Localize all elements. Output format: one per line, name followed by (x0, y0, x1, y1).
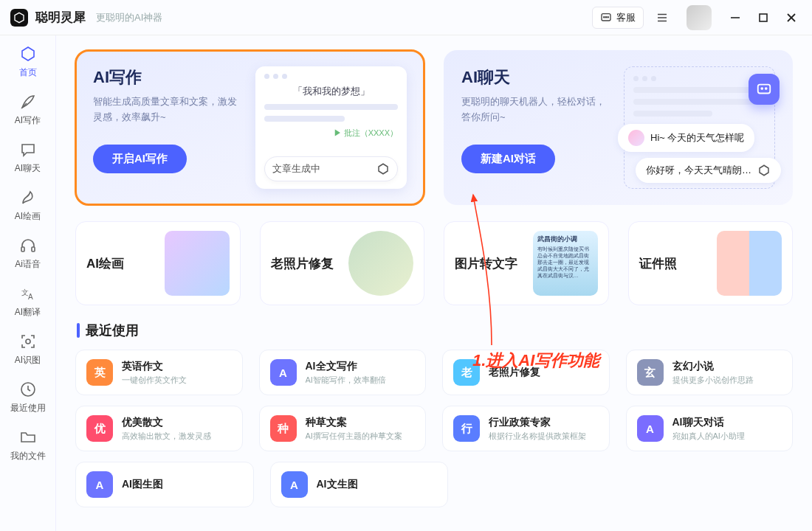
recent-item-sub: 提供更多小说创作思路 (672, 375, 754, 386)
translate-icon: 文A (18, 284, 38, 303)
support-button[interactable]: 客服 (592, 7, 644, 29)
chat-bubble-ai: 你好呀，今天天气晴朗… (636, 158, 781, 183)
avatar-icon (628, 130, 644, 146)
svg-point-18 (26, 339, 30, 344)
mock-doc-title: 「我和我的梦想」 (264, 85, 398, 98)
recent-item-icon: 玄 (637, 359, 664, 386)
minimize-icon (730, 13, 740, 23)
recent-item-icon: A (86, 471, 113, 498)
window-minimize-button[interactable] (725, 7, 746, 28)
feature-thumb (717, 231, 782, 296)
window-maximize-button[interactable] (753, 7, 774, 28)
svg-rect-21 (758, 85, 771, 94)
svg-marker-20 (379, 164, 388, 174)
close-icon (786, 13, 796, 23)
feature-title: 老照片修复 (271, 255, 334, 272)
recent-item[interactable]: AAI文生图 (270, 462, 449, 507)
recent-item-title: 种草文案 (306, 416, 402, 429)
recent-heading: 最近使用 (77, 322, 793, 339)
hero-desc: 智能生成高质量文章和文案，激发灵感，效率飙升~ (93, 94, 241, 125)
feature-title: 图片转文字 (455, 255, 517, 272)
recent-item[interactable]: AAI图生图 (75, 462, 254, 507)
feature-ai-draw[interactable]: AI绘画 (75, 221, 241, 305)
recent-item[interactable]: 种种草文案AI撰写任何主题的种草文案 (259, 406, 427, 451)
titlebar: 聪明灵犀 更聪明的AI神器 客服 (0, 0, 812, 35)
svg-point-23 (765, 88, 767, 89)
sidebar-item-label: AI聊天 (15, 162, 41, 175)
sidebar-item-ai-ocr[interactable]: AI识图 (8, 332, 48, 367)
svg-text:A: A (28, 293, 33, 301)
svg-rect-14 (21, 247, 24, 251)
recent-item-icon: 英 (86, 359, 113, 386)
feature-photo-restore[interactable]: 老照片修复 (260, 221, 425, 305)
recent-item-icon: 老 (453, 359, 480, 386)
hero-ai-writing[interactable]: AI写作 智能生成高质量文章和文案，激发灵感，效率飙升~ 开启AI写作 「我和我… (75, 50, 424, 205)
sidebar-item-label: AI翻译 (15, 306, 41, 319)
scan-icon (18, 332, 38, 351)
feature-idphoto[interactable]: 证件照 (628, 221, 794, 305)
support-label: 客服 (616, 11, 636, 24)
recent-item[interactable]: 优优美散文高效输出散文，激发灵感 (75, 406, 243, 451)
recent-item-icon: A (281, 471, 308, 498)
recent-item[interactable]: 玄玄幻小说提供更多小说创作思路 (626, 350, 794, 395)
sidebar-item-label: AI绘画 (15, 210, 41, 223)
feature-title: AI绘画 (86, 255, 124, 272)
svg-marker-0 (15, 13, 24, 22)
recent-item-icon: A (270, 359, 297, 386)
recent-item-title: AI聊天对话 (672, 416, 745, 429)
recent-item-sub: 宛如真人的AI小助理 (672, 431, 745, 442)
svg-point-22 (761, 88, 763, 89)
chat-float-icon (749, 74, 780, 105)
recent-item[interactable]: 行行业政策专家根据行业名称提供政策框架 (442, 406, 610, 451)
feature-thumb: 武昌街的小调 有时候到重庆随便买书总会不自觉地跑武昌街那去走一圈，最近发现武昌街… (533, 231, 598, 296)
menu-button[interactable] (651, 7, 673, 29)
maximize-icon (759, 13, 768, 22)
folder-icon (18, 428, 38, 447)
doc-thumb-title: 武昌街的小调 (537, 235, 593, 244)
recent-item[interactable]: AAI全文写作AI智能写作，效率翻倍 (259, 350, 427, 395)
app-logo-icon (10, 9, 28, 27)
chat-bubble-text: 你好呀，今天天气晴朗… (646, 164, 751, 177)
recent-item-sub: AI撰写任何主题的种草文案 (306, 431, 402, 442)
sidebar-item-recent[interactable]: 最近使用 (8, 380, 48, 414)
svg-marker-24 (760, 165, 768, 176)
sidebar-item-ai-writing[interactable]: AI写作 (8, 92, 48, 127)
recent-item-title: AI全文写作 (306, 360, 386, 373)
recent-item[interactable]: AAI聊天对话宛如真人的AI小助理 (626, 406, 794, 451)
mock-status-pill: 文章生成中 (264, 156, 398, 181)
recent-item[interactable]: 老老照片修复 (442, 350, 610, 395)
recent-item-title: 优美散文 (122, 416, 211, 429)
quill-icon (18, 92, 38, 111)
sidebar-item-label: Ai语音 (15, 258, 41, 271)
user-avatar[interactable] (687, 5, 712, 30)
sidebar-item-ai-voice[interactable]: Ai语音 (8, 236, 48, 271)
brush-icon (18, 188, 38, 207)
sidebar-item-ai-chat[interactable]: AI聊天 (8, 140, 48, 175)
recent-item-title: AI文生图 (317, 478, 358, 491)
sidebar-item-ai-draw[interactable]: AI绘画 (8, 188, 48, 223)
recent-grid: 英英语作文一键创作英文作文AAI全文写作AI智能写作，效率翻倍老老照片修复玄玄幻… (75, 350, 793, 507)
window-close-button[interactable] (781, 7, 802, 28)
recent-item-title: AI图生图 (122, 478, 163, 491)
writing-mock-panel: 「我和我的梦想」 ▶ 批注（XXXX） 文章生成中 (255, 66, 407, 189)
sidebar-item-my-files[interactable]: 我的文件 (8, 428, 48, 462)
hexagon-icon (757, 164, 771, 177)
feature-img2text[interactable]: 图片转文字 武昌街的小调 有时候到重庆随便买书总会不自觉地跑武昌街那去走一圈，最… (444, 221, 609, 305)
hexagon-icon (18, 44, 38, 63)
svg-point-4 (608, 16, 608, 17)
recent-item-title: 老照片修复 (489, 366, 540, 379)
hero-desc: 更聪明的聊天机器人，轻松对话，答你所问~ (461, 94, 609, 125)
new-ai-chat-button[interactable]: 新建AI对话 (461, 145, 555, 173)
sidebar-item-ai-translate[interactable]: 文A AI翻译 (8, 284, 48, 319)
recent-item-title: 行业政策专家 (489, 416, 586, 429)
recent-item-sub: 根据行业名称提供政策框架 (489, 431, 586, 442)
sidebar-item-label: AI识图 (15, 354, 41, 367)
mock-status-text: 文章生成中 (272, 162, 320, 176)
sidebar-item-label: 首页 (19, 66, 37, 79)
sidebar-item-home[interactable]: 首页 (8, 44, 48, 79)
recent-item[interactable]: 英英语作文一键创作英文作文 (75, 350, 243, 395)
chat-mock-panel: Hi~ 今天的天气怎样呢 你好呀，今天天气晴朗… (624, 66, 775, 189)
start-ai-writing-button[interactable]: 开启AI写作 (93, 145, 187, 173)
hero-ai-chat[interactable]: AI聊天 更聪明的聊天机器人，轻松对话，答你所问~ 新建AI对话 Hi~ 今天的… (444, 50, 793, 205)
hero-title: AI写作 (93, 66, 241, 88)
